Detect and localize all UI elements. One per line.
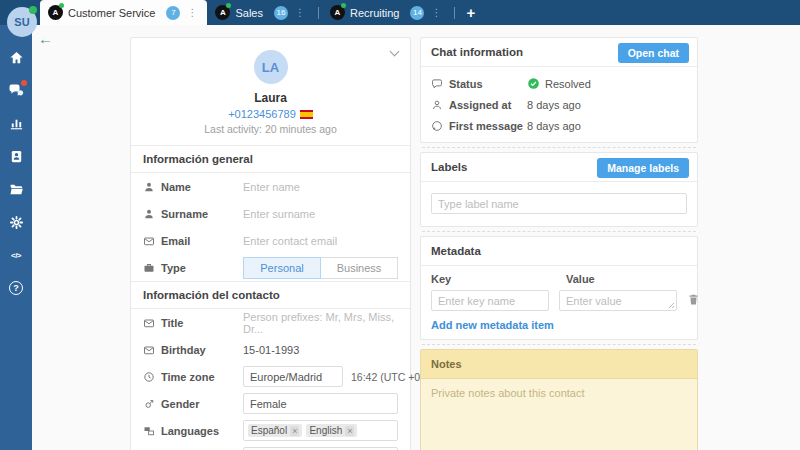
gender-input[interactable] (243, 393, 398, 414)
app-logo-icon: A (330, 5, 345, 20)
currency-row: $ Currency (131, 444, 410, 450)
online-dot-icon (226, 3, 231, 8)
envelope-icon (143, 235, 155, 247)
tab-label: Customer Service (68, 7, 155, 19)
metadata-value-header: Value (566, 273, 595, 285)
timezone-input[interactable] (243, 366, 343, 387)
user-initials: SU (14, 16, 29, 28)
remove-tag-icon[interactable]: × (290, 426, 299, 436)
settings-gear-icon[interactable] (8, 214, 24, 230)
back-arrow-icon[interactable]: ← (38, 30, 53, 47)
open-chat-button[interactable]: Open chat (618, 43, 689, 63)
first-message-value: 8 days ago (527, 120, 581, 132)
phone-number: +0123456789 (228, 108, 296, 120)
top-bar: A Customer Service 7 ⋮ A Sales 16 ⋮ A Re… (0, 0, 800, 25)
tab-sales[interactable]: A Sales 16 ⋮ (207, 0, 315, 25)
delete-metadata-icon[interactable] (687, 292, 700, 310)
unread-badge: 7 (166, 6, 180, 20)
notes-header: Notes (421, 350, 697, 379)
notes-card: Notes (420, 349, 698, 450)
language-tag: Español× (248, 424, 302, 437)
online-dot-icon (59, 3, 64, 8)
contact-phone-link[interactable]: +0123456789 (131, 108, 410, 120)
left-sidebar: </> ? (0, 25, 32, 450)
name-input[interactable]: Enter name (243, 181, 300, 193)
online-dot-icon (341, 3, 346, 8)
tab-menu-icon[interactable]: ⋮ (429, 7, 443, 18)
tab-menu-icon[interactable]: ⋮ (185, 7, 199, 18)
birthday-value[interactable]: 15-01-1993 (243, 344, 299, 356)
surname-row: Surname Enter surname (131, 200, 410, 227)
type-personal-button[interactable]: Personal (243, 257, 321, 279)
app-logo-icon: A (215, 5, 230, 20)
status-value: Resolved (527, 77, 591, 90)
metadata-value-input[interactable] (559, 290, 677, 311)
surname-input[interactable]: Enter surname (243, 208, 315, 220)
languages-icon (143, 425, 155, 437)
email-label: Email (143, 235, 243, 247)
gender-icon (143, 398, 155, 410)
resolved-check-icon (527, 77, 540, 90)
stats-icon[interactable] (8, 115, 24, 131)
languages-input[interactable]: Español× English× (243, 420, 398, 441)
spain-flag-icon (300, 110, 313, 119)
surname-label: Surname (143, 208, 243, 220)
code-icon[interactable]: </> (8, 247, 24, 263)
chat-information-header: Chat information Open chat (421, 38, 697, 67)
dashed-separator (422, 231, 696, 232)
tab-customer-service[interactable]: A Customer Service 7 ⋮ (40, 0, 207, 25)
clock-icon (143, 371, 155, 383)
tab-menu-icon[interactable]: ⋮ (293, 7, 307, 18)
contact-card: LA Laura +0123456789 Last activity: 20 m… (130, 37, 411, 450)
email-row: Email Enter contact email (131, 227, 410, 254)
title-input[interactable]: Person prefixes: Mr, Mrs, Miss, Dr... (243, 311, 398, 335)
last-activity: Last activity: 20 minutes ago (131, 123, 410, 135)
birthday-row: Birthday 15-01-1993 (131, 336, 410, 363)
envelope-icon (143, 344, 155, 356)
gender-row: Gender (131, 390, 410, 417)
add-metadata-link[interactable]: Add new metadata item (431, 319, 687, 331)
type-toggle: Personal Business (243, 257, 398, 279)
tab-label: Recruiting (350, 7, 400, 19)
dashed-separator (422, 344, 696, 345)
tab-separator (454, 7, 455, 19)
collapse-chevron-icon[interactable] (390, 47, 400, 57)
unread-badge: 16 (274, 6, 288, 20)
type-row: Type Personal Business (131, 254, 410, 281)
name-label: Name (143, 181, 243, 193)
label-name-input[interactable] (431, 193, 687, 214)
remove-tag-icon[interactable]: × (345, 426, 354, 436)
home-icon[interactable] (8, 49, 24, 65)
contact-profile: LA Laura +0123456789 Last activity: 20 m… (131, 38, 410, 145)
user-avatar[interactable]: SU (7, 7, 37, 37)
metadata-key-input[interactable] (431, 290, 549, 311)
manage-labels-button[interactable]: Manage labels (597, 158, 689, 178)
help-icon[interactable]: ? (8, 280, 24, 296)
app-tabs: A Customer Service 7 ⋮ A Sales 16 ⋮ A Re… (40, 0, 475, 25)
type-label: Type (143, 262, 243, 274)
assigned-value: 8 days ago (527, 99, 581, 111)
folder-icon[interactable] (8, 181, 24, 197)
language-tag: English× (306, 424, 357, 437)
contact-name: Laura (131, 91, 410, 105)
contact-avatar: LA (254, 50, 288, 84)
tab-label: Sales (235, 7, 263, 19)
assigned-row: Assigned at 8 days ago (421, 94, 697, 115)
app-logo-icon: A (48, 5, 63, 20)
add-tab-button[interactable]: + (466, 4, 475, 21)
tab-recruiting[interactable]: A Recruiting 14 ⋮ (322, 0, 452, 25)
notes-textarea[interactable] (421, 379, 697, 450)
unread-badge: 14 (410, 6, 424, 20)
assigned-label: Assigned at (431, 99, 527, 111)
chat-bubble-icon (431, 78, 443, 90)
timezone-label: Time zone (143, 371, 243, 383)
chats-icon[interactable] (8, 82, 24, 98)
chat-information-card: Chat information Open chat Status Resolv… (420, 37, 698, 143)
metadata-header: Metadata (421, 237, 697, 266)
dashed-separator (422, 147, 696, 148)
first-message-row: First message 8 days ago (421, 115, 697, 136)
email-input[interactable]: Enter contact email (243, 235, 337, 247)
section-general-info: Información general (131, 145, 410, 173)
contacts-icon[interactable] (8, 148, 24, 164)
type-business-button[interactable]: Business (321, 257, 398, 279)
